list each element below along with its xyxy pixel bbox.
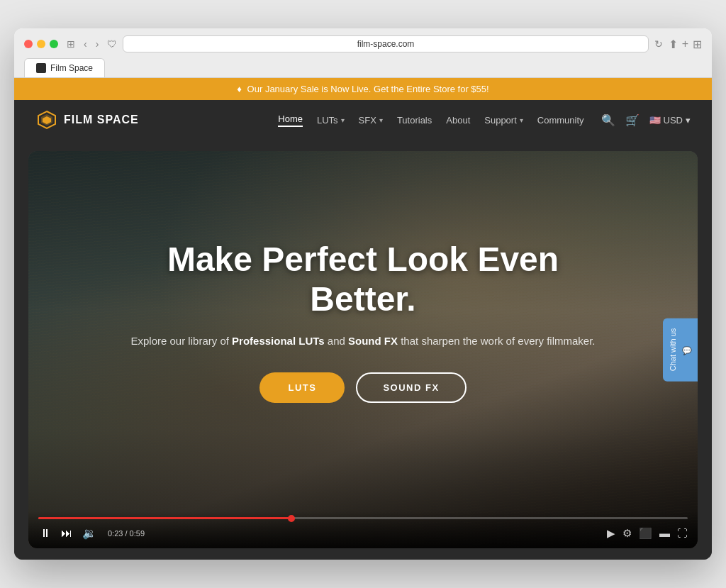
chat-widget[interactable]: 💬 Chat with us [663, 318, 698, 382]
shield-icon: 🛡 [107, 38, 117, 50]
announcement-text: Our January Sale is Now Live. Get the En… [247, 84, 489, 94]
chat-icon: 💬 [683, 345, 692, 355]
theater-icon[interactable]: ▬ [659, 527, 670, 539]
sidebar-toggle-button[interactable]: ⊞ [64, 37, 78, 51]
nav-actions: 🔍 🛒 🇺🇸 USD ▾ [601, 113, 691, 127]
hero-content: Make Perfect Look Even Better. Explore o… [28, 151, 698, 548]
traffic-lights [24, 40, 58, 48]
miniplayer-icon[interactable]: ⬛ [639, 527, 652, 540]
address-bar[interactable] [123, 35, 648, 52]
cart-icon[interactable]: 🛒 [625, 113, 640, 127]
controls-row: ⏸ ⏭ 🔉 0:23 / 0:59 ▶ ⚙ ⬛ ▬ ⛶ [38, 525, 688, 541]
close-button[interactable] [24, 40, 33, 48]
video-controls: ⏸ ⏭ 🔉 0:23 / 0:59 ▶ ⚙ ⬛ ▬ ⛶ [28, 511, 698, 548]
logo-icon [35, 109, 58, 131]
progress-fill [38, 517, 291, 519]
chevron-down-icon: ▾ [520, 116, 523, 124]
video-progress-bar[interactable] [38, 517, 688, 519]
currency-selector[interactable]: 🇺🇸 USD ▾ [649, 115, 691, 126]
time-display: 0:23 / 0:59 [108, 529, 145, 538]
nav-item-about[interactable]: About [446, 115, 470, 126]
nav-item-support[interactable]: Support ▾ [484, 115, 523, 126]
currency-chevron-icon: ▾ [686, 115, 691, 126]
nav-item-luts[interactable]: LUTs ▾ [317, 115, 345, 126]
nav-menu: Home LUTs ▾ SFX ▾ Tutorials About Suppor [278, 113, 583, 127]
nav-item-home[interactable]: Home [278, 113, 303, 127]
hero-title: Make Perfect Look Even Better. [115, 240, 611, 318]
fullscreen-icon[interactable]: ⛶ [677, 527, 688, 539]
chevron-down-icon: ▾ [341, 116, 345, 124]
right-controls: ▶ ⚙ ⬛ ▬ ⛶ [607, 527, 688, 540]
minimize-button[interactable] [37, 40, 45, 48]
hero-buttons: LUTS SOUND FX [259, 372, 466, 403]
chevron-down-icon: ▾ [379, 116, 383, 124]
reload-icon[interactable]: ↻ [654, 38, 663, 50]
soundfx-button[interactable]: SOUND FX [356, 372, 466, 403]
progress-indicator [288, 515, 295, 522]
bottom-spacer [14, 548, 712, 560]
luts-button[interactable]: LUTS [259, 372, 345, 403]
maximize-button[interactable] [50, 40, 58, 48]
grid-icon[interactable]: ⊞ [693, 38, 702, 51]
flag-icon: 🇺🇸 [649, 115, 661, 126]
diamond-icon: ♦ [237, 84, 242, 94]
website-content: ♦ Our January Sale is Now Live. Get the … [14, 78, 712, 560]
youtube-play-icon[interactable]: ▶ [607, 527, 615, 540]
forward-button[interactable]: › [93, 37, 102, 51]
tab-title: Film Space [50, 63, 93, 73]
nav-item-tutorials[interactable]: Tutorials [397, 115, 432, 126]
nav-item-sfx[interactable]: SFX ▾ [359, 115, 383, 126]
announcement-bar: ♦ Our January Sale is Now Live. Get the … [14, 78, 712, 100]
tab-favicon [36, 63, 46, 73]
browser-chrome: ⊞ ‹ › 🛡 ↻ ⬆ + ⊞ Film Space [14, 28, 712, 78]
browser-window: ⊞ ‹ › 🛡 ↻ ⬆ + ⊞ Film Space [14, 28, 712, 560]
new-tab-icon[interactable]: + [682, 38, 688, 50]
navigation: FILM SPACE Home LUTs ▾ SFX ▾ Tutorials [14, 100, 712, 140]
search-icon[interactable]: 🔍 [601, 113, 615, 127]
nav-item-community[interactable]: Community [537, 115, 584, 126]
logo-text: FILM SPACE [64, 113, 139, 126]
share-icon[interactable]: ⬆ [669, 38, 678, 51]
hero-subtitle: Explore our library of Professional LUTs… [131, 333, 596, 350]
settings-icon[interactable]: ⚙ [622, 527, 632, 540]
logo[interactable]: FILM SPACE [35, 109, 139, 131]
chat-label: Chat with us [669, 328, 677, 372]
hero-section: Make Perfect Look Even Better. Explore o… [28, 151, 698, 548]
pause-button[interactable]: ⏸ [38, 526, 52, 541]
next-button[interactable]: ⏭ [60, 526, 74, 541]
active-tab[interactable]: Film Space [24, 58, 105, 77]
currency-label: USD [664, 115, 683, 126]
volume-button[interactable]: 🔉 [81, 525, 98, 541]
back-button[interactable]: ‹ [81, 37, 90, 51]
